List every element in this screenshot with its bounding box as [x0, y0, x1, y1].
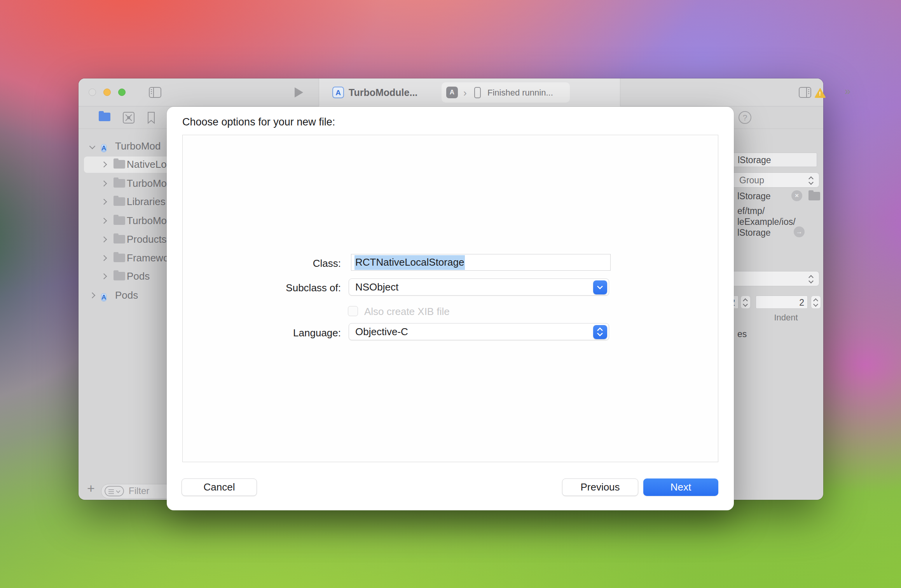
folder-icon	[113, 197, 125, 206]
project-app-icon: A	[101, 293, 107, 301]
open-path-arrow-icon[interactable]: →	[794, 226, 805, 237]
new-file-options-dialog: Choose options for your new file: Class:…	[167, 107, 734, 510]
location-popup-value: Group	[739, 175, 764, 186]
minimize-window-button[interactable]	[103, 89, 111, 96]
sidebar-item-label: Libraries	[127, 196, 166, 208]
project-app-icon: A	[332, 87, 344, 98]
language-value: Objective-C	[355, 326, 408, 337]
sidebar-item-label: TurboMod	[115, 140, 161, 152]
disclosure-closed-icon[interactable]	[101, 273, 107, 280]
folder-icon	[113, 254, 125, 262]
disclosure-closed-icon[interactable]	[101, 181, 107, 187]
class-label: Class:	[224, 257, 341, 270]
class-value-selected-text: RCTNativeLocalStorage	[354, 255, 465, 270]
up-down-chevrons-icon[interactable]	[593, 325, 607, 339]
folder-icon	[113, 235, 125, 244]
indent-width-stepper[interactable]	[811, 296, 821, 309]
bookmark-navigator-icon[interactable]	[146, 111, 156, 124]
indent-label: Indent	[763, 313, 809, 323]
chevron-down-icon	[116, 489, 120, 493]
project-app-icon: A	[101, 144, 107, 152]
folder-icon	[113, 272, 125, 280]
toolbar-overflow-chevron-icon[interactable]: »	[845, 85, 849, 97]
previous-button[interactable]: Previous	[562, 478, 638, 496]
add-file-button[interactable]: +	[87, 481, 95, 496]
sidebar-item-label: NativeLo	[127, 158, 167, 170]
popup-stepper-icon	[808, 175, 814, 185]
disclosure-closed-icon[interactable]	[101, 255, 107, 261]
close-window-button[interactable]	[89, 89, 96, 96]
right-inspector-toggle-icon[interactable]	[798, 87, 812, 98]
subclass-popup[interactable]: NSObject	[349, 278, 609, 296]
device-phone-icon	[474, 87, 481, 98]
sidebar-item-label: Products	[127, 233, 167, 245]
project-navigator-icon[interactable]	[99, 113, 110, 121]
zoom-window-button[interactable]	[118, 89, 126, 96]
xib-checkbox[interactable]	[348, 306, 358, 316]
popup-stepper-icon	[808, 274, 814, 284]
choose-folder-icon[interactable]	[808, 192, 820, 200]
dialog-title: Choose options for your new file:	[182, 116, 335, 128]
activity-status-pill[interactable]: A › Finished runnin...	[442, 82, 570, 103]
indent-width-field[interactable]: 2	[756, 296, 808, 309]
status-text: Finished runnin...	[487, 88, 553, 98]
sidebar-item-label: TurboMo	[127, 177, 167, 190]
wrap-lines-fragment: es	[737, 329, 747, 339]
filter-icon[interactable]	[105, 486, 124, 496]
disclosure-open-icon[interactable]	[89, 143, 96, 150]
left-sidebar-toggle-icon[interactable]	[148, 87, 162, 98]
help-icon[interactable]: ?	[739, 111, 751, 124]
cancel-button[interactable]: Cancel	[182, 478, 257, 496]
subclass-value: NSObject	[355, 281, 398, 293]
desktop-wallpaper: A TurboModule... A › Finished runnin... …	[0, 0, 901, 588]
breadcrumb-chevron-icon: ›	[463, 87, 467, 99]
folder-icon	[113, 216, 125, 225]
clear-location-icon[interactable]: ×	[791, 190, 802, 201]
language-popup[interactable]: Objective-C	[349, 323, 609, 340]
folder-icon	[113, 160, 125, 169]
warning-icon[interactable]	[814, 88, 826, 98]
disclosure-closed-icon[interactable]	[89, 292, 96, 299]
class-input[interactable]: RCTNativeLocalStorage	[351, 254, 611, 271]
chevron-down-icon[interactable]	[593, 280, 607, 294]
full-path-line: lStorage	[737, 228, 771, 238]
window-titlebar: A TurboModule... A › Finished runnin... …	[79, 78, 823, 106]
spaces-width-stepper[interactable]	[740, 296, 751, 309]
toolbar-scheme-area: A TurboModule... A › Finished runnin... …	[319, 78, 620, 106]
dialog-content-box	[182, 135, 718, 462]
scheme-app-icon: A	[446, 87, 458, 98]
full-path-line: leExample/ios/	[737, 217, 796, 227]
sidebar-item-label: Framewo	[127, 252, 169, 264]
disclosure-closed-icon[interactable]	[101, 218, 107, 224]
xib-checkbox-label: Also create XIB file	[364, 306, 450, 318]
disclosure-closed-icon[interactable]	[101, 237, 107, 243]
sidebar-item-label: TurboMo	[127, 215, 167, 227]
disclosure-closed-icon[interactable]	[101, 199, 107, 205]
source-control-navigator-icon[interactable]	[122, 111, 135, 124]
indent-width-value: 2	[799, 297, 804, 308]
next-button[interactable]: Next	[643, 478, 718, 496]
location-file-name: lStorage	[737, 191, 771, 202]
window-project-title: TurboModule...	[349, 87, 417, 98]
run-button[interactable]	[295, 87, 303, 97]
disclosure-closed-icon[interactable]	[101, 162, 107, 168]
inspector-name-value: lStorage	[738, 155, 771, 165]
filter-lines-icon	[108, 489, 114, 490]
sidebar-item-label: Pods	[115, 289, 138, 301]
subclass-label: Subclass of:	[224, 282, 341, 294]
sidebar-item-label: Pods	[127, 270, 150, 282]
full-path-line: ef/tmp/	[737, 206, 765, 216]
language-label: Language:	[224, 327, 341, 339]
folder-icon	[113, 179, 125, 188]
